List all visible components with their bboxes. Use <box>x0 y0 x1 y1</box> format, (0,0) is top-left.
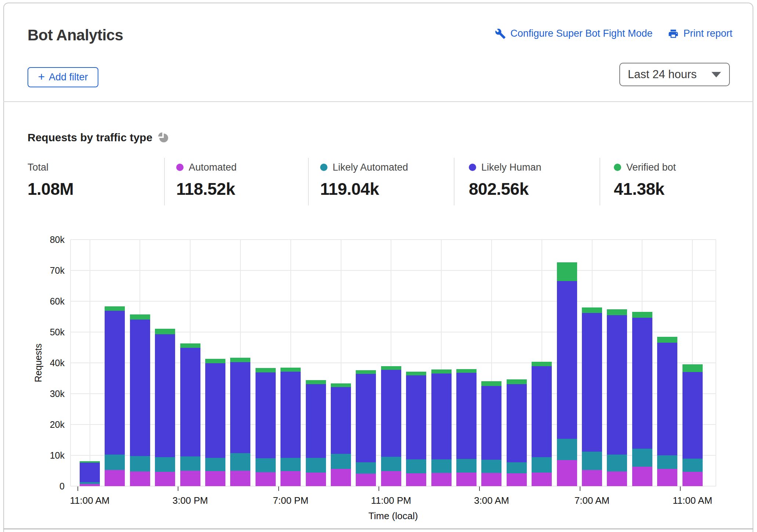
verified-bot-segment <box>532 362 552 366</box>
bar-12-10-00-pm[interactable] <box>356 370 376 486</box>
section-bottom-divider <box>3 528 753 529</box>
likely-human-segment <box>657 343 677 455</box>
bar-20-6-00-am[interactable] <box>557 262 577 486</box>
automated-segment <box>557 460 577 486</box>
likely-human-segment <box>256 372 276 458</box>
y-tick-label-60k: 60k <box>21 296 65 307</box>
bar-8-6-00-pm[interactable] <box>256 368 276 486</box>
likely-automated-segment <box>532 457 552 473</box>
automated-segment <box>356 474 376 486</box>
y-tick-label-0: 0 <box>21 481 65 492</box>
x-tick-label-11-00-pm: 11:00 PM <box>362 495 420 506</box>
likely-human-segment <box>280 372 301 458</box>
gridline-v-1 <box>90 240 90 486</box>
bar-9-7-00-pm[interactable] <box>280 368 301 486</box>
automated-segment <box>130 471 150 486</box>
bar-16-2-00-am[interactable] <box>456 369 477 486</box>
likely-automated-segment <box>607 455 627 471</box>
automated-segment <box>632 467 652 486</box>
verified-bot-segment <box>657 337 677 343</box>
likely-automated-segment <box>256 458 276 473</box>
verified-bot-segment <box>406 372 426 375</box>
bar-6-4-00-pm[interactable] <box>205 359 225 486</box>
likely-automated-segment <box>205 458 225 471</box>
automated-segment <box>280 471 301 486</box>
likely-automated-segment <box>431 459 452 473</box>
likely-human-segment <box>180 348 200 456</box>
bar-24-10-00-am[interactable] <box>657 337 677 486</box>
verified-bot-segment <box>682 364 703 372</box>
likely-human-segment <box>381 370 401 457</box>
verified-bot-segment <box>180 343 200 348</box>
automated-segment <box>105 470 125 486</box>
bar-1-11-00-am[interactable] <box>80 461 100 486</box>
x-axis-tick-1 <box>178 487 178 491</box>
likely-human-segment <box>105 311 125 454</box>
bar-23-9-00-am[interactable] <box>632 312 652 486</box>
likely-human-segment <box>632 318 652 449</box>
automated-segment <box>456 473 477 486</box>
likely-human-segment <box>306 384 326 458</box>
bar-10-8-00-pm[interactable] <box>306 380 326 486</box>
x-tick-label-7-00-am: 7:00 AM <box>563 495 622 506</box>
automated-segment <box>180 471 200 486</box>
likely-automated-segment <box>230 453 250 471</box>
bar-18-4-00-am[interactable] <box>507 379 527 486</box>
bar-15-1-00-am[interactable] <box>431 369 452 486</box>
y-tick-label-20k: 20k <box>21 419 65 430</box>
likely-automated-segment <box>507 462 527 473</box>
likely-human-segment <box>230 362 250 453</box>
requests-by-traffic-type-chart: 010k20k30k40k50k60k70k80k11:00 AM3:00 PM… <box>0 0 757 532</box>
bar-2-12-00-pm[interactable] <box>105 306 125 486</box>
likely-human-segment <box>582 313 602 452</box>
likely-automated-segment <box>356 462 376 474</box>
bar-4-2-00-pm[interactable] <box>155 329 175 486</box>
x-tick-label-3-00-am: 3:00 AM <box>462 495 521 506</box>
y-tick-label-70k: 70k <box>21 265 65 276</box>
likely-automated-segment <box>180 456 200 471</box>
y-axis-title: Requests <box>31 315 46 411</box>
bar-7-5-00-pm[interactable] <box>230 358 250 486</box>
bar-17-3-00-am[interactable] <box>481 381 501 486</box>
automated-segment <box>431 473 452 486</box>
bar-22-8-00-am[interactable] <box>607 309 627 486</box>
likely-human-segment <box>456 373 477 459</box>
likely-human-segment <box>155 334 175 457</box>
gridline-v-0 <box>70 240 71 486</box>
verified-bot-segment <box>230 358 250 362</box>
verified-bot-segment <box>582 307 602 313</box>
likely-automated-segment <box>406 459 426 473</box>
bar-21-7-00-am[interactable] <box>582 307 602 486</box>
x-tick-label-11-00-am: 11:00 AM <box>61 495 119 506</box>
likely-human-segment <box>431 374 452 459</box>
bar-5-3-00-pm[interactable] <box>180 343 200 486</box>
automated-segment <box>657 469 677 486</box>
automated-segment <box>331 469 351 486</box>
likely-automated-segment <box>381 457 401 471</box>
x-axis-tick-2 <box>278 487 279 491</box>
bar-11-9-00-pm[interactable] <box>331 383 351 486</box>
bar-3-1-00-pm[interactable] <box>130 314 150 486</box>
automated-segment <box>306 473 326 486</box>
verified-bot-segment <box>507 379 527 384</box>
bar-13-11-00-pm[interactable] <box>381 366 401 486</box>
likely-automated-segment <box>130 456 150 471</box>
bar-14-12-00-am[interactable] <box>406 372 426 486</box>
x-tick-label-3-00-pm: 3:00 PM <box>161 495 220 506</box>
bar-19-5-00-am[interactable] <box>532 362 552 486</box>
likely-automated-segment <box>155 457 175 472</box>
likely-human-segment <box>607 315 627 455</box>
verified-bot-segment <box>431 369 452 373</box>
x-tick-label-7-00-pm: 7:00 PM <box>261 495 320 506</box>
y-tick-label-10k: 10k <box>21 450 65 461</box>
bar-25-11-00-am[interactable] <box>682 364 703 486</box>
verified-bot-segment <box>632 312 652 317</box>
automated-segment <box>80 484 100 486</box>
likely-automated-segment <box>557 439 577 460</box>
verified-bot-segment <box>557 262 577 281</box>
verified-bot-segment <box>105 306 125 311</box>
x-tick-label-11-00-am: 11:00 AM <box>663 495 722 506</box>
automated-segment <box>532 473 552 486</box>
verified-bot-segment <box>280 368 301 372</box>
automated-segment <box>582 470 602 487</box>
